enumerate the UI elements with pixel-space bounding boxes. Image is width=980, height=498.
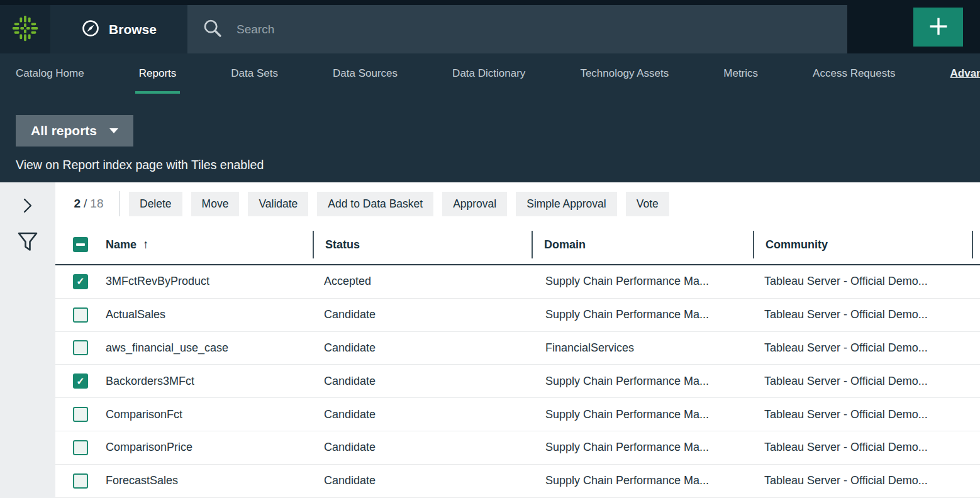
column-header-domain[interactable]: Domain	[532, 225, 753, 264]
report-domain: Supply Chain Performance Ma...	[532, 375, 753, 388]
report-status: Accepted	[313, 275, 532, 288]
report-name-link[interactable]: ComparisonFct	[106, 408, 182, 421]
report-name-link[interactable]: aws_financial_use_case	[106, 341, 228, 355]
report-community: Tableau Server - Official Demo...	[753, 375, 972, 388]
report-domain: Supply Chain Performance Ma...	[532, 441, 753, 454]
report-status: Candidate	[313, 408, 532, 421]
toolbar-divider	[119, 191, 120, 216]
content-panel: 2/18 DeleteMoveValidateAdd to Data Baske…	[55, 182, 980, 498]
report-name-link[interactable]: Backorders3MFct	[106, 375, 194, 388]
plus-icon	[927, 14, 950, 40]
table-row[interactable]: aws_financial_use_case Candidate Financi…	[55, 332, 980, 365]
approval-button[interactable]: Approval	[442, 192, 507, 216]
select-all-checkbox[interactable]	[73, 237, 88, 252]
expand-sidebar-button[interactable]	[21, 196, 35, 215]
left-rail	[0, 182, 55, 498]
vote-button[interactable]: Vote	[626, 192, 669, 216]
column-label-status: Status	[314, 238, 360, 252]
browse-label: Browse	[109, 22, 157, 37]
table-body: 3MFctRevByProduct Accepted Supply Chain …	[55, 265, 980, 498]
column-label-name: Name	[106, 238, 136, 252]
search-bar[interactable]	[187, 5, 847, 53]
tab-reports[interactable]: Reports	[139, 53, 177, 94]
view-caption: View on Report index page with Tiles ena…	[16, 158, 980, 172]
report-community: Tableau Server - Official Demo...	[753, 441, 972, 454]
report-status: Candidate	[313, 441, 532, 454]
chevron-right-icon	[21, 208, 35, 217]
add-asset-button[interactable]	[913, 8, 963, 47]
table-row[interactable]: 3MFctRevByProduct Accepted Supply Chain …	[55, 265, 980, 299]
report-name-link[interactable]: ComparisonPrice	[106, 441, 192, 454]
app-window: Browse Catalog HomeReportsData SetsData …	[0, 0, 980, 498]
report-name-link[interactable]: 3MFctRevByProduct	[106, 275, 209, 288]
table-row[interactable]: ActualSales Candidate Supply Chain Perfo…	[55, 299, 980, 332]
add-to-data-basket-button[interactable]: Add to Data Basket	[317, 192, 433, 216]
table-row[interactable]: Backorders3MFct Candidate Supply Chain P…	[55, 365, 980, 398]
column-divider	[972, 231, 973, 258]
report-community: Tableau Server - Official Demo...	[753, 275, 972, 288]
filter-button[interactable]	[16, 231, 39, 253]
column-label-domain: Domain	[533, 238, 586, 252]
report-community: Tableau Server - Official Demo...	[753, 308, 972, 321]
selection-count: 2/18	[68, 197, 109, 211]
arrow-up-icon: ↑	[143, 238, 149, 252]
row-checkbox[interactable]	[73, 473, 88, 489]
browse-button[interactable]: Browse	[50, 5, 187, 53]
row-checkbox[interactable]	[73, 374, 88, 389]
total-count: 18	[90, 197, 103, 210]
tab-catalog-home[interactable]: Catalog Home	[16, 53, 84, 94]
table-row[interactable]: ForecastSales Candidate Supply Chain Per…	[55, 465, 980, 498]
table-row[interactable]: ComparisonPrice Candidate Supply Chain P…	[55, 431, 980, 465]
toolbar-buttons: DeleteMoveValidateAdd to Data BasketAppr…	[129, 192, 678, 216]
app-logo[interactable]	[0, 5, 50, 53]
report-community: Tableau Server - Official Demo...	[753, 408, 972, 421]
table-header: Name ↑ Status Domain Community	[55, 225, 980, 265]
report-status: Candidate	[313, 375, 532, 388]
row-checkbox[interactable]	[73, 407, 88, 422]
column-label-community: Community	[754, 238, 828, 252]
report-status: Candidate	[313, 474, 532, 487]
bulk-action-toolbar: 2/18 DeleteMoveValidateAdd to Data Baske…	[55, 182, 980, 225]
tab-access-requests[interactable]: Access Requests	[813, 53, 895, 94]
validate-button[interactable]: Validate	[248, 192, 308, 216]
main-area: 2/18 DeleteMoveValidateAdd to Data Baske…	[0, 182, 980, 498]
table-row[interactable]: ComparisonFct Candidate Supply Chain Per…	[55, 398, 980, 431]
count-separator: /	[81, 197, 90, 210]
column-header-extra	[972, 225, 980, 264]
collibra-logo-icon	[11, 14, 40, 45]
row-checkbox[interactable]	[73, 340, 88, 355]
column-header-status[interactable]: Status	[313, 225, 532, 264]
view-selector-label: All reports	[31, 123, 97, 138]
search-icon	[203, 18, 223, 41]
tab-advanc[interactable]: Advanc	[950, 53, 980, 94]
delete-button[interactable]: Delete	[129, 192, 182, 216]
report-domain: Supply Chain Performance Ma...	[532, 308, 753, 321]
report-community: Tableau Server - Official Demo...	[753, 341, 972, 355]
view-selector-dropdown[interactable]: All reports	[16, 115, 133, 147]
tab-data-sources[interactable]: Data Sources	[333, 53, 398, 94]
top-bar: Browse	[0, 0, 980, 53]
primary-nav: Catalog HomeReportsData SetsData Sources…	[0, 53, 980, 94]
caret-down-icon	[109, 128, 118, 133]
report-domain: FinancialServices	[532, 341, 753, 355]
report-domain: Supply Chain Performance Ma...	[532, 474, 753, 487]
tab-technology-assets[interactable]: Technology Assets	[580, 53, 669, 94]
funnel-icon	[16, 245, 39, 255]
row-checkbox[interactable]	[73, 440, 88, 455]
tab-metrics[interactable]: Metrics	[723, 53, 758, 94]
compass-icon	[81, 19, 100, 40]
report-name-link[interactable]: ForecastSales	[106, 474, 178, 487]
column-header-name[interactable]: Name ↑	[55, 225, 313, 264]
row-checkbox[interactable]	[73, 274, 88, 289]
column-header-community[interactable]: Community	[753, 225, 972, 264]
tab-data-sets[interactable]: Data Sets	[231, 53, 278, 94]
search-input[interactable]	[237, 23, 803, 36]
report-name-link[interactable]: ActualSales	[106, 308, 165, 321]
selected-count: 2	[74, 197, 81, 210]
tab-data-dictionary[interactable]: Data Dictionary	[452, 53, 525, 94]
move-button[interactable]: Move	[191, 192, 240, 216]
row-checkbox[interactable]	[73, 307, 88, 323]
simple-approval-button[interactable]: Simple Approval	[516, 192, 616, 216]
report-domain: Supply Chain Performance Ma...	[532, 275, 753, 288]
report-community: Tableau Server - Official Demo...	[753, 474, 972, 487]
